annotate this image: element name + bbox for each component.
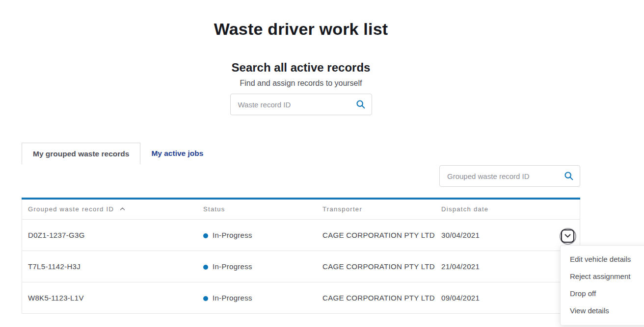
row-actions	[561, 229, 574, 243]
cell-transporter: CAGE CORPORATION PTY LTD	[322, 282, 441, 313]
waste-record-search	[230, 94, 372, 115]
tab-my-grouped-waste-records[interactable]: My grouped waste records	[22, 143, 140, 164]
status-label: In-Progress	[213, 294, 252, 302]
main-content: Waste driver work list Search all active…	[22, 0, 580, 314]
column-label: Grouped waste record ID	[28, 205, 114, 213]
cell-grouped-waste-record-id: T7L5-1142-H3J	[22, 251, 203, 282]
column-label: Transporter	[322, 205, 362, 213]
row-actions-menu: Edit vehicle details Reject assignment D…	[560, 245, 644, 326]
search-icon[interactable]	[355, 99, 366, 109]
column-header-transporter: Transporter	[322, 200, 441, 219]
chevron-down-icon	[564, 234, 571, 238]
status-dot-icon	[203, 296, 208, 301]
waste-record-search-input[interactable]	[230, 94, 372, 115]
column-header-status: Status	[203, 200, 322, 219]
menu-item-drop-off[interactable]: Drop off	[561, 285, 644, 302]
search-section-subheading: Find and assign records to yourself	[22, 78, 580, 88]
menu-item-reject-assignment[interactable]: Reject assignment	[561, 268, 644, 285]
status-label: In-Progress	[213, 231, 252, 239]
cell-status: In-Progress	[203, 251, 322, 282]
table-body: D0Z1-1237-G3G In-Progress CAGE CORPORATI…	[22, 219, 580, 313]
grouped-record-search-input[interactable]	[439, 165, 580, 187]
column-header-grouped-waste-record-id[interactable]: Grouped waste record ID	[22, 200, 203, 219]
status-dot-icon	[203, 265, 208, 270]
menu-item-edit-vehicle-details[interactable]: Edit vehicle details	[561, 251, 644, 268]
cell-status: In-Progress	[203, 219, 322, 251]
table-row: W8K5-1123-L1V In-Progress CAGE CORPORATI…	[22, 282, 580, 313]
table-toolbar	[22, 165, 580, 187]
cell-dispatch-date: 09/04/2021	[441, 282, 580, 313]
status-dot-icon	[203, 233, 208, 238]
grouped-record-search	[439, 165, 580, 187]
row-actions-button[interactable]	[561, 229, 574, 243]
table-row: T7L5-1142-H3J In-Progress CAGE CORPORATI…	[22, 251, 580, 282]
search-all-active-records-section: Search all active records Find and assig…	[22, 61, 580, 115]
cell-grouped-waste-record-id: D0Z1-1237-G3G	[22, 219, 203, 251]
search-section-heading: Search all active records	[22, 61, 580, 75]
tab-label: My grouped waste records	[33, 150, 129, 158]
cell-transporter: CAGE CORPORATION PTY LTD	[322, 251, 441, 282]
column-header-dispatch-date: Dispatch date	[441, 200, 580, 219]
table-header-row: Grouped waste record ID Status Transport…	[22, 200, 580, 219]
search-icon[interactable]	[564, 171, 574, 181]
tab-bar: My grouped waste records My active jobs	[22, 143, 580, 164]
column-label: Dispatch date	[441, 205, 488, 213]
cell-grouped-waste-record-id: W8K5-1123-L1V	[22, 282, 203, 313]
cell-status: In-Progress	[203, 282, 322, 313]
status-label: In-Progress	[213, 262, 252, 271]
cell-transporter: CAGE CORPORATION PTY LTD	[322, 219, 441, 251]
tab-label: My active jobs	[151, 149, 203, 158]
sort-ascending-icon	[120, 207, 125, 211]
page-title: Waste driver work list	[22, 20, 580, 38]
table-header: Grouped waste record ID Status Transport…	[22, 200, 580, 219]
tab-my-active-jobs[interactable]: My active jobs	[150, 143, 204, 164]
menu-item-view-details[interactable]: View details	[561, 302, 644, 319]
table-row: D0Z1-1237-G3G In-Progress CAGE CORPORATI…	[22, 219, 580, 251]
grouped-waste-records-table: Grouped waste record ID Status Transport…	[22, 198, 580, 314]
column-label: Status	[203, 205, 225, 213]
cell-dispatch-date: 21/04/2021	[441, 251, 580, 282]
waste-driver-work-list-page: Waste driver work list Search all active…	[0, 0, 644, 327]
